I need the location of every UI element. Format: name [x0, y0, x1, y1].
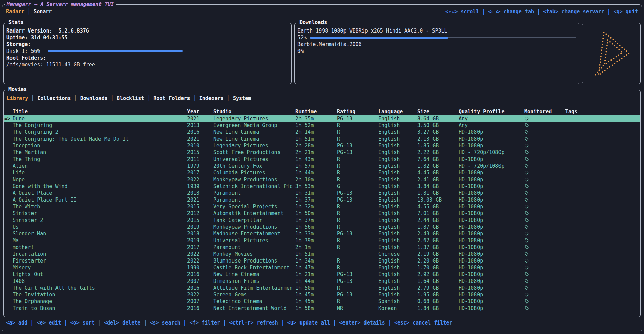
stats-panel: Radarr Version: 5.2.6.8376 Uptime: 31d 0… — [3, 23, 292, 84]
servarr-tab-radarr[interactable]: Radarr — [6, 8, 24, 15]
tab-separator: │ — [227, 95, 230, 102]
monitored-tag-icon — [524, 225, 529, 229]
movie-studio: New Line Cinema — [213, 135, 295, 142]
movie-quality-profile: HD-1080p — [459, 196, 524, 203]
monitored-tag-icon — [524, 279, 529, 284]
monitored-tag-icon — [524, 299, 529, 304]
movie-year: 2017 — [187, 169, 213, 176]
movie-quality-profile: HD-1080p — [459, 176, 524, 183]
movie-row[interactable]: Gone with the Wind 1939 Selznick Interna… — [4, 183, 640, 190]
movie-row[interactable]: 1408 2007 Dimension Films 1h 44m PG-13 E… — [4, 278, 640, 285]
selected-row-indicator — [4, 291, 13, 298]
movie-size: 1.84 GB — [417, 305, 459, 312]
movie-row[interactable]: Incantation 2022 Monkey Movies 1h 51m Ch… — [4, 251, 640, 257]
movie-row[interactable]: => Dune 2021 Legendary Pictures 2h 35m P… — [4, 115, 640, 122]
monitored-cell — [524, 257, 565, 264]
movie-runtime: 1h 39m — [295, 237, 337, 244]
indicator-column — [4, 108, 13, 115]
movie-tags — [565, 203, 640, 210]
servarr-tab-sonarr[interactable]: Sonarr — [34, 8, 52, 15]
movie-row[interactable]: The Martian 2015 Scott Free Productions … — [4, 149, 640, 156]
movie-tags — [565, 264, 640, 271]
movie-row[interactable]: Firestarter 2022 Blumhouse Productions 1… — [4, 257, 640, 264]
movie-row[interactable]: The Conjuring 2 2016 New Line Cinema 2h … — [4, 129, 640, 135]
movie-row[interactable]: Inception 2010 Legendary Pictures 2h 28m… — [4, 142, 640, 149]
movie-year: 2011 — [187, 156, 213, 163]
movie-title: Us — [13, 224, 187, 230]
movie-row[interactable]: A Quiet Place Part II 2021 Paramount 1h … — [4, 196, 640, 203]
movies-tab-library[interactable]: Library — [7, 95, 28, 102]
column-header-runtime: Runtime — [295, 108, 337, 115]
monitored-cell — [524, 169, 565, 176]
movie-year: 2015 — [187, 203, 213, 210]
monitored-tag-icon — [524, 191, 529, 195]
movie-row[interactable]: Train to Busan 2016 Next Entertainment W… — [4, 305, 640, 312]
movies-tab-system[interactable]: System — [233, 95, 251, 102]
monitored-cell — [524, 156, 565, 163]
movie-row[interactable]: The Invitation 2022 Screen Gems 1h 45m P… — [4, 291, 640, 298]
movie-size: 7.01 GB — [417, 210, 459, 217]
movie-studio: Altitude Film Entertainmen — [213, 285, 295, 291]
movies-tab-blocklist[interactable]: Blocklist — [117, 95, 144, 102]
movies-panel-box: Library│Collections│Downloads│Blocklist│… — [3, 90, 641, 317]
movie-row[interactable]: The Orphanage 2007 Telecinco Cinema 1h 4… — [4, 298, 640, 305]
movie-row[interactable]: The Witch 2015 Very Special Projects 1h … — [4, 203, 640, 210]
movie-row[interactable]: Slender Man 2018 Madhouse Entertainment … — [4, 230, 640, 237]
movie-tags — [565, 305, 640, 312]
movie-studio: Legendary Pictures — [213, 115, 295, 122]
movie-tags — [565, 244, 640, 251]
movies-tab-downloads[interactable]: Downloads — [80, 95, 108, 102]
movie-row[interactable]: The Conjuring 2013 Evergreen Media Group… — [4, 122, 640, 129]
movie-tags — [565, 291, 640, 298]
movie-row[interactable]: Ma 2019 Universal Pictures 1h 39m R Engl… — [4, 237, 640, 244]
movie-row[interactable]: Nope 2022 Monkeypaw Productions 2h 10m R… — [4, 176, 640, 183]
movie-quality-profile: HD-1080p — [459, 237, 524, 244]
movie-row[interactable]: The Girl with All the Gifts 2016 Altitud… — [4, 285, 640, 291]
movie-row[interactable]: Sinister 2012 Automatik Entertainment 1h… — [4, 210, 640, 217]
movie-language: English — [378, 115, 417, 122]
movies-tab-indexers[interactable]: Indexers — [199, 95, 224, 102]
movie-row[interactable]: A Quiet Place 2018 Paramount 1h 31m PG-1… — [4, 190, 640, 196]
progressbar-fill — [48, 50, 183, 52]
downloads-panel-box: Earth 1998 1080p WEBRip x265 Hindi AAC2.… — [294, 23, 579, 84]
movie-title: Life — [13, 169, 187, 176]
monitored-tag-icon — [524, 272, 529, 277]
movie-runtime: 1h 21m — [295, 271, 337, 278]
selected-row-indicator — [4, 251, 13, 257]
movie-runtime: 1h 47m — [295, 264, 337, 271]
movie-row[interactable]: The Conjuring: The Devil Made Me Do It 2… — [4, 135, 640, 142]
movie-row[interactable]: Us 2019 Monkeypaw Productions 1h 56m R E… — [4, 224, 640, 230]
movie-row[interactable]: mother! 2017 Paramount 2h 1m R English 1… — [4, 244, 640, 251]
monitored-cell — [524, 244, 565, 251]
movies-tab-root-folders[interactable]: Root Folders — [153, 95, 190, 102]
movie-studio: Universal Pictures — [213, 156, 295, 163]
movie-runtime: 2h 35m — [295, 115, 337, 122]
movie-year: 2010 — [187, 142, 213, 149]
movie-row[interactable]: Alien 1979 20th Century Fox 1h 57m R Eng… — [4, 163, 640, 169]
movie-studio: Monkeypaw Productions — [213, 176, 295, 183]
movie-studio: 20th Century Fox — [213, 163, 295, 169]
movie-rating — [337, 251, 378, 257]
movie-studio: Paramount — [213, 190, 295, 196]
selected-row-indicator — [4, 190, 13, 196]
movie-studio: Castle Rock Entertainment — [213, 264, 295, 271]
movie-rating: PG-13 — [337, 271, 378, 278]
movie-row[interactable]: The Thing 2011 Universal Pictures 1h 43m… — [4, 156, 640, 163]
movie-size: 4.55 GB — [417, 203, 459, 210]
movies-tab-collections[interactable]: Collections — [37, 95, 71, 102]
column-header-studio: Studio — [213, 108, 295, 115]
movie-row[interactable]: Sinister 2 2015 Tank Caterpillar 1h 37m … — [4, 217, 640, 224]
movie-tags — [565, 169, 640, 176]
movie-year: 2022 — [187, 176, 213, 183]
selected-row-indicator — [4, 142, 13, 149]
movie-year: 2007 — [187, 298, 213, 305]
movie-row[interactable]: Misery 1990 Castle Rock Entertainment 1h… — [4, 264, 640, 271]
movie-quality-profile: Any — [459, 122, 524, 129]
movie-title: The Conjuring — [13, 122, 187, 129]
movie-tags — [565, 115, 640, 122]
movie-row[interactable]: Life 2017 Columbia Pictures 1h 44m R Eng… — [4, 169, 640, 176]
movie-quality-profile: HD-1080p — [459, 285, 524, 291]
movie-runtime: 2h 10m — [295, 176, 337, 183]
movie-row[interactable]: Lights Out 2016 New Line Cinema 1h 21m P… — [4, 271, 640, 278]
movie-year: 2012 — [187, 210, 213, 217]
